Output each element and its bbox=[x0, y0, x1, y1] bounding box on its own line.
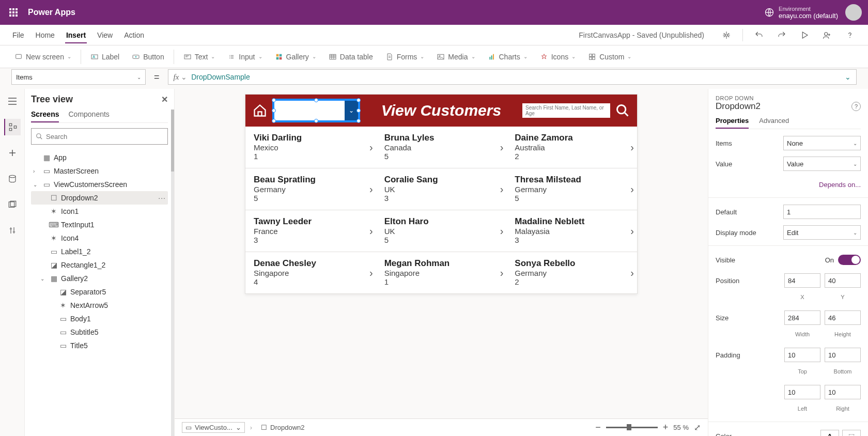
environment-selector[interactable]: Environment enayu.com (default) bbox=[764, 5, 838, 20]
tree-view-button[interactable] bbox=[4, 119, 21, 135]
fit-to-window-button[interactable]: ⤢ bbox=[694, 423, 701, 432]
hamburger-icon[interactable] bbox=[4, 93, 21, 110]
gallery-dropdown[interactable]: Gallery⌄ bbox=[272, 51, 319, 63]
text-dropdown[interactable]: Text⌄ bbox=[180, 51, 219, 63]
tab-screens[interactable]: Screens bbox=[31, 110, 59, 122]
button-button[interactable]: Button bbox=[129, 51, 167, 63]
close-icon[interactable]: ✕ bbox=[161, 95, 168, 104]
color-swatch-font[interactable]: A bbox=[820, 430, 839, 436]
chevron-right-icon[interactable]: › bbox=[500, 183, 504, 195]
charts-dropdown[interactable]: Charts⌄ bbox=[485, 51, 531, 63]
menu-file[interactable]: File bbox=[11, 27, 25, 43]
tree-node-icon1[interactable]: ✶Icon1 bbox=[31, 205, 168, 218]
value-select[interactable]: Value⌄ bbox=[783, 157, 861, 171]
zoom-slider[interactable] bbox=[606, 427, 658, 428]
breadcrumb-control[interactable]: ☐Dropdown2 bbox=[257, 422, 308, 433]
dropdown2-control[interactable]: ⌄ bbox=[272, 99, 360, 122]
chevron-right-icon[interactable]: › bbox=[369, 267, 373, 279]
gallery-item[interactable]: Denae ChesleySingapore4› bbox=[245, 252, 376, 293]
redo-button[interactable] bbox=[775, 28, 788, 42]
icons-dropdown[interactable]: Icons⌄ bbox=[537, 51, 579, 63]
gallery-item[interactable]: Bruna LylesCanada5› bbox=[376, 127, 507, 168]
visible-toggle[interactable] bbox=[838, 255, 861, 265]
gallery-item[interactable]: Viki DarlingMexico1› bbox=[245, 127, 376, 168]
insert-button[interactable] bbox=[4, 145, 21, 161]
undo-button[interactable] bbox=[752, 28, 766, 42]
gallery-item[interactable]: Sonya RebelloGermany2› bbox=[506, 252, 637, 293]
padding-bottom-input[interactable]: 10 bbox=[825, 348, 861, 362]
position-y-input[interactable]: 40 bbox=[825, 273, 861, 288]
width-input[interactable]: 284 bbox=[784, 310, 820, 325]
more-icon[interactable]: ··· bbox=[158, 194, 166, 202]
tab-advanced[interactable]: Advanced bbox=[759, 117, 789, 129]
chevron-right-icon[interactable]: › bbox=[630, 142, 634, 153]
gallery-item[interactable]: Megan RohmanSingapore1› bbox=[376, 252, 507, 293]
tree-node-separator5[interactable]: ◪Separator5 bbox=[31, 285, 168, 299]
label-button[interactable]: Label bbox=[87, 51, 122, 63]
home-icon[interactable] bbox=[253, 103, 267, 118]
chevron-right-icon[interactable]: › bbox=[369, 225, 373, 237]
tree-node-textinput1[interactable]: ⌨TextInput1 bbox=[31, 218, 168, 231]
color-swatch-fill[interactable]: ⬚ bbox=[842, 430, 861, 436]
tab-components[interactable]: Components bbox=[68, 110, 109, 122]
gallery-item[interactable]: Thresa MilsteadGermany5› bbox=[506, 168, 637, 210]
tree-node-rectangle1-2[interactable]: ◪Rectangle1_2 bbox=[31, 258, 168, 272]
default-input[interactable]: 1 bbox=[783, 205, 861, 219]
app-checker-button[interactable] bbox=[720, 28, 733, 42]
user-avatar[interactable] bbox=[845, 4, 862, 21]
chevron-right-icon[interactable]: › bbox=[630, 267, 634, 279]
tab-properties[interactable]: Properties bbox=[716, 117, 749, 129]
depends-on-link[interactable]: Depends on... bbox=[819, 181, 861, 189]
chevron-right-icon[interactable]: › bbox=[500, 142, 504, 153]
items-select[interactable]: None⌄ bbox=[783, 136, 861, 150]
help-icon[interactable]: ? bbox=[851, 102, 861, 111]
share-button[interactable] bbox=[820, 28, 834, 42]
tree-node-icon4[interactable]: ✶Icon4 bbox=[31, 231, 168, 245]
gallery-item[interactable]: Elton HaroUK5› bbox=[376, 210, 507, 252]
tree-node-viewcustomers[interactable]: ⌄▭ViewCustomersScreen bbox=[31, 178, 168, 191]
custom-dropdown[interactable]: Custom⌄ bbox=[585, 51, 634, 63]
tree-node-title5[interactable]: ▭Title5 bbox=[31, 339, 168, 352]
gallery-item[interactable]: Madaline NeblettMalayasia3› bbox=[506, 210, 637, 252]
tree-node-app[interactable]: ▦App bbox=[31, 151, 168, 164]
tree-node-gallery2[interactable]: ⌄▦Gallery2 bbox=[31, 272, 168, 285]
customer-gallery[interactable]: Viki DarlingMexico1›Bruna LylesCanada5›D… bbox=[245, 127, 637, 293]
tree-search[interactable] bbox=[31, 128, 168, 145]
gallery-item[interactable]: Beau SpratlingGermany5› bbox=[245, 168, 376, 210]
tree-node-body1[interactable]: ▭Body1 bbox=[31, 312, 168, 325]
chevron-right-icon[interactable]: › bbox=[630, 225, 634, 237]
new-screen-button[interactable]: New screen⌄ bbox=[11, 51, 74, 63]
chevron-right-icon[interactable]: › bbox=[369, 142, 373, 153]
menu-insert[interactable]: Insert bbox=[65, 27, 87, 43]
menu-action[interactable]: Action bbox=[123, 27, 145, 43]
app-preview[interactable]: ⌄ View Customers Search First Name, Last… bbox=[245, 94, 638, 294]
customer-search-input[interactable]: Search First Name, Last Name, or Age bbox=[522, 103, 610, 118]
chevron-right-icon[interactable]: › bbox=[500, 225, 504, 237]
padding-right-input[interactable]: 10 bbox=[825, 385, 861, 399]
search-icon[interactable] bbox=[615, 103, 630, 118]
tree-node-subtitle5[interactable]: ▭Subtitle5 bbox=[31, 325, 168, 339]
height-input[interactable]: 46 bbox=[825, 310, 861, 325]
preview-button[interactable] bbox=[798, 28, 811, 42]
tree-node-nextarrow5[interactable]: ✶NextArrow5 bbox=[31, 299, 168, 312]
app-launcher-icon[interactable] bbox=[6, 5, 21, 20]
data-button[interactable] bbox=[4, 170, 21, 187]
zoom-in-button[interactable]: + bbox=[663, 422, 669, 433]
position-x-input[interactable]: 84 bbox=[784, 273, 820, 288]
tree-search-input[interactable] bbox=[46, 133, 163, 141]
tree-scrollbar[interactable] bbox=[171, 110, 174, 436]
tree-node-masterscreen[interactable]: ›▭MasterScreen bbox=[31, 164, 168, 178]
media-button[interactable] bbox=[4, 196, 21, 213]
chevron-right-icon[interactable]: › bbox=[500, 267, 504, 279]
chevron-right-icon[interactable]: › bbox=[630, 183, 634, 195]
advanced-tools-button[interactable] bbox=[4, 222, 21, 239]
data-table-button[interactable]: Data table bbox=[326, 51, 376, 63]
media-dropdown[interactable]: Media⌄ bbox=[433, 51, 478, 63]
gallery-item[interactable]: Daine ZamoraAustralia2› bbox=[506, 127, 637, 168]
chevron-right-icon[interactable]: › bbox=[369, 183, 373, 195]
breadcrumb-screen[interactable]: ▭ViewCusto...⌄ bbox=[182, 422, 245, 433]
tree-node-dropdown2[interactable]: ☐Dropdown2··· bbox=[31, 191, 168, 205]
gallery-item[interactable]: Tawny LeederFrance3› bbox=[245, 210, 376, 252]
tree-node-label1-2[interactable]: ▭Label1_2 bbox=[31, 245, 168, 258]
zoom-out-button[interactable]: − bbox=[595, 422, 601, 433]
